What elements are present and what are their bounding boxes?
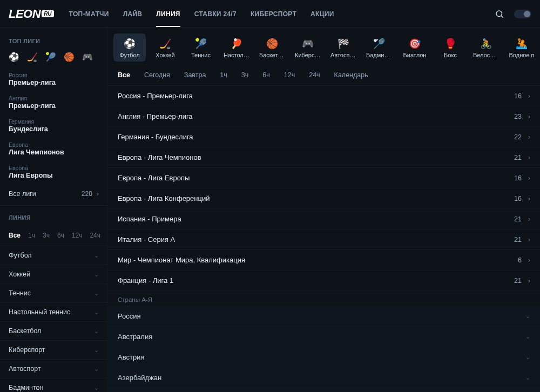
sidebar-league[interactable]: Европа Лига Европы	[0, 161, 107, 185]
league-row-count: 21	[514, 154, 522, 161]
sidebar-league[interactable]: Россия Премьер-лига	[0, 69, 107, 92]
logo-badge: RU	[42, 10, 53, 17]
sport-label: Автоспорт	[9, 365, 41, 373]
time-filter-tab[interactable]: 1ч	[220, 71, 227, 79]
league-row[interactable]: Европа - Лига Европы 16 ›	[108, 168, 540, 188]
league-row[interactable]: Россия - Премьер-лига 16 ›	[108, 86, 540, 106]
league-name: Премьер-лига	[9, 79, 99, 86]
sport-tab[interactable]: 🏁 Автоспорт	[327, 33, 360, 62]
sport-tab[interactable]: 🎾 Теннис	[185, 33, 217, 62]
league-row-count: 22	[514, 133, 522, 141]
sport-icon[interactable]: 🎮	[82, 52, 93, 62]
sidebar-time-tab[interactable]: 3ч	[43, 232, 50, 239]
sport-tab-icon: 🏀	[259, 38, 285, 50]
logo[interactable]: LEON RU	[9, 7, 54, 21]
time-filter-tab[interactable]: 3ч	[241, 71, 248, 79]
sidebar-sport[interactable]: Автоспорт⌄	[0, 360, 107, 379]
sport-icon[interactable]: 🎾	[45, 52, 56, 62]
sport-label: Настольный теннис	[9, 308, 70, 316]
league-row[interactable]: Европа - Лига Чемпионов 21 ›	[108, 147, 540, 168]
sidebar-league[interactable]: Европа Лига Чемпионов	[0, 138, 107, 161]
country-row[interactable]: Россия ⌄	[108, 306, 540, 327]
sport-tab[interactable]: 🥊 Бокс	[434, 33, 467, 62]
country-name: Россия	[118, 312, 141, 320]
league-row[interactable]: Германия - Бундеслига 22 ›	[108, 127, 540, 147]
header-right	[495, 9, 531, 19]
chevron-down-icon: ⌄	[94, 309, 99, 316]
sport-tab[interactable]: 🏀 Баскетбол	[256, 33, 288, 62]
sport-tab-icon: 🤽	[509, 38, 535, 50]
sport-tab-label: Бокс	[437, 52, 463, 58]
sidebar-sport[interactable]: Бадминтон⌄	[0, 379, 107, 392]
all-leagues-count: 220	[82, 190, 92, 198]
theme-toggle[interactable]	[514, 10, 531, 18]
time-filter-tab[interactable]: 24ч	[309, 71, 320, 79]
league-list: Россия - Премьер-лига 16 ›Англия - Премь…	[108, 86, 540, 392]
sport-tab[interactable]: 🎮 Киберспо…	[292, 33, 324, 62]
chevron-right-icon: ›	[528, 133, 530, 141]
all-leagues-label: Все лиги	[9, 190, 36, 198]
sidebar-sport[interactable]: Киберспорт⌄	[0, 341, 107, 360]
time-filter-tab[interactable]: Сегодня	[144, 71, 170, 79]
time-filter-tab[interactable]: Все	[118, 71, 130, 79]
sidebar-sport[interactable]: Хоккей⌄	[0, 265, 107, 284]
chevron-right-icon: ›	[528, 174, 530, 182]
league-country: Европа	[9, 165, 99, 171]
nav-item[interactable]: ТОП-МАТЧИ	[69, 10, 109, 18]
search-icon[interactable]	[495, 9, 504, 19]
time-filter-tab[interactable]: 12ч	[284, 71, 295, 79]
sport-tab-icon: 🏒	[152, 38, 178, 50]
sport-tab[interactable]: 🏒 Хоккей	[149, 33, 181, 62]
nav-item[interactable]: КИБЕРСПОРТ	[251, 10, 296, 18]
sport-icon[interactable]: ⚽	[9, 52, 19, 62]
sport-icon[interactable]: 🏒	[27, 52, 38, 62]
sport-tab[interactable]: ⚽ Футбол	[113, 33, 146, 62]
league-row[interactable]: Италия - Серия А 21 ›	[108, 229, 540, 250]
chevron-right-icon: ›	[528, 236, 530, 244]
league-row-count: 21	[514, 215, 522, 223]
sport-label: Хоккей	[9, 271, 30, 278]
sport-tab[interactable]: 🎯 Биатлон	[399, 33, 431, 62]
all-leagues-link[interactable]: Все лиги 220 ›	[0, 185, 107, 206]
league-row[interactable]: Англия - Премьер-лига 23 ›	[108, 106, 540, 127]
country-row[interactable]: Австрия ⌄	[108, 347, 540, 368]
league-row[interactable]: Мир - Чемпионат Мира, Квалификация 6 ›	[108, 250, 540, 271]
sidebar-sport[interactable]: Футбол⌄	[0, 246, 107, 265]
league-row[interactable]: Европа - Лига Конференций 16 ›	[108, 188, 540, 209]
sport-tab[interactable]: 🤽 Водное п	[505, 33, 538, 62]
sidebar-time-tab[interactable]: 12ч	[72, 232, 83, 239]
league-row[interactable]: Франция - Лига 1 21 ›	[108, 271, 540, 291]
time-filter-tab[interactable]: Завтра	[184, 71, 206, 79]
sport-tab[interactable]: 🏸 Бадминтон	[363, 33, 395, 62]
sidebar-time-tab[interactable]: 24ч	[90, 232, 100, 239]
country-row[interactable]: Албания ⌄	[108, 388, 540, 392]
sport-tab-label: Велоспорт	[473, 52, 499, 58]
league-name: Бундеслига	[9, 125, 99, 133]
country-row[interactable]: Азербайджан ⌄	[108, 368, 540, 388]
sport-label: Бадминтон	[9, 384, 43, 391]
time-filter-tab[interactable]: Календарь	[334, 71, 368, 79]
sport-tab[interactable]: 🏓 Настольн…	[220, 33, 253, 62]
sidebar-sport[interactable]: Настольный теннис⌄	[0, 303, 107, 322]
svg-line-1	[501, 16, 503, 17]
chevron-down-icon: ⌄	[94, 328, 99, 335]
sidebar-league[interactable]: Германия Бундеслига	[0, 115, 107, 138]
sport-tab-icon: 🎮	[295, 38, 321, 50]
sidebar-sport[interactable]: Баскетбол⌄	[0, 322, 107, 341]
sport-tab[interactable]: 🚴 Велоспорт	[470, 33, 502, 62]
league-row-name: Испания - Примера	[118, 215, 181, 223]
sport-icon[interactable]: 🏀	[64, 52, 75, 62]
sport-label: Теннис	[9, 289, 31, 297]
sidebar-time-tab[interactable]: Все	[9, 232, 21, 239]
sidebar-league[interactable]: Англия Премьер-лига	[0, 92, 107, 115]
nav-item[interactable]: АКЦИИ	[310, 10, 334, 18]
league-row[interactable]: Испания - Примера 21 ›	[108, 209, 540, 229]
sidebar-time-tab[interactable]: 1ч	[28, 232, 35, 239]
nav-item[interactable]: ЛАЙВ	[123, 10, 143, 18]
sidebar-sport[interactable]: Теннис⌄	[0, 284, 107, 303]
nav-item[interactable]: СТАВКИ 24/7	[194, 10, 237, 18]
sidebar-time-tab[interactable]: 6ч	[57, 232, 64, 239]
time-filter-tab[interactable]: 6ч	[262, 71, 269, 79]
nav-item[interactable]: ЛИНИЯ	[156, 10, 180, 18]
country-row[interactable]: Австралия ⌄	[108, 327, 540, 347]
